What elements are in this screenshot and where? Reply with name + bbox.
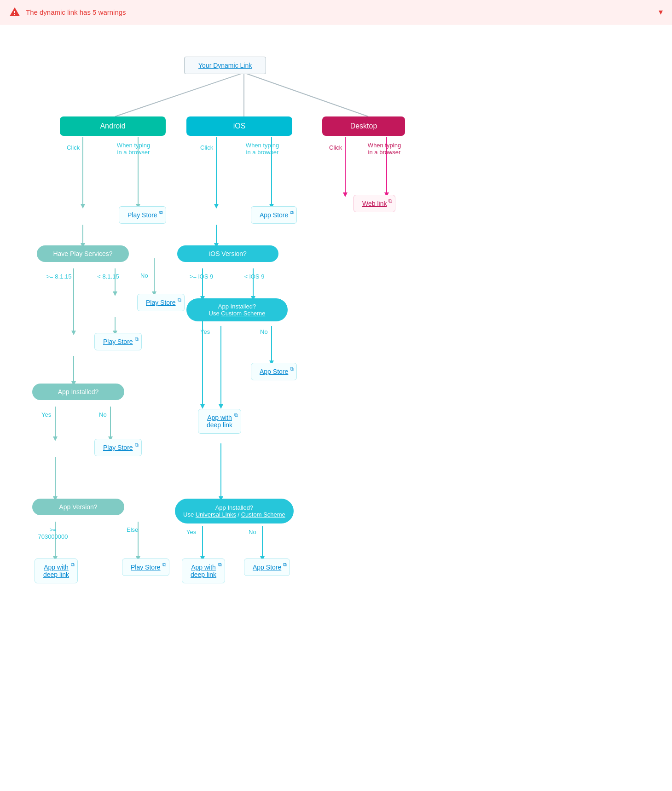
lt-8115-label: < 8.1.15 bbox=[94, 273, 122, 280]
android-label: Android bbox=[60, 116, 166, 136]
ios-appstore-1-label[interactable]: App Store bbox=[251, 206, 297, 224]
yes-universal-label: Yes bbox=[186, 529, 196, 535]
diagram-container: Your Dynamic Link Android Click When typ… bbox=[0, 24, 672, 791]
ios-platform: iOS bbox=[186, 116, 292, 136]
android-typing-label: When typingin a browser bbox=[113, 142, 154, 156]
svg-marker-52 bbox=[343, 192, 348, 197]
ios-typing-label: When typingin a browser bbox=[242, 142, 283, 156]
have-play-services-label: Have Play Services? bbox=[37, 245, 129, 262]
ios-click-label: Click bbox=[200, 144, 213, 151]
desktop-label: Desktop bbox=[322, 116, 405, 136]
warning-chevron[interactable]: ▾ bbox=[659, 7, 663, 17]
android-playstore-4-label[interactable]: Play Store bbox=[94, 439, 142, 456]
desktop-weblink-label[interactable]: Web link bbox=[353, 195, 395, 212]
app-installed-custom-label: App Installed?Use Custom Scheme bbox=[186, 298, 288, 321]
ios-version: iOS Version? bbox=[177, 245, 278, 262]
ios-version-label: iOS Version? bbox=[177, 245, 278, 262]
desktop-platform: Desktop bbox=[322, 116, 405, 136]
svg-line-0 bbox=[115, 73, 244, 116]
app-installed-custom: App Installed?Use Custom Scheme bbox=[186, 298, 288, 321]
ios-deep-link-1-label[interactable]: App withdeep link bbox=[198, 409, 241, 434]
android-deep-link[interactable]: App withdeep link bbox=[35, 558, 78, 583]
desktop-typing-label: When typingin a browser bbox=[364, 142, 405, 156]
gte-703-label: >= 703000000 bbox=[35, 526, 71, 540]
root-node[interactable]: Your Dynamic Link bbox=[184, 57, 266, 74]
warning-banner: The dynamic link has 5 warnings ▾ bbox=[0, 0, 672, 24]
svg-marker-40 bbox=[219, 404, 223, 409]
yes-custom-label: Yes bbox=[200, 328, 210, 335]
desktop-click-label: Click bbox=[329, 144, 342, 151]
ios-click-text: Click bbox=[200, 144, 213, 151]
connectors-svg bbox=[9, 43, 663, 789]
warning-text: The dynamic link has 5 warnings bbox=[26, 8, 126, 16]
ios-typing-text: When typingin a browser bbox=[246, 142, 279, 156]
root-node-label[interactable]: Your Dynamic Link bbox=[184, 57, 266, 74]
no-universal-label: No bbox=[249, 529, 256, 535]
ios-label: iOS bbox=[186, 116, 292, 136]
ios-appstore-1[interactable]: App Store bbox=[251, 206, 297, 224]
app-installed-android-label: App Installed? bbox=[32, 384, 124, 400]
desktop-click-text: Click bbox=[329, 144, 342, 151]
svg-marker-44 bbox=[200, 404, 205, 409]
gte-8115-label: >= 8.1.15 bbox=[45, 273, 73, 280]
app-version: App Version? bbox=[32, 499, 124, 515]
no-play-services-label: No bbox=[140, 272, 148, 279]
android-click-text: Click bbox=[67, 144, 80, 151]
diagram-absolute: Your Dynamic Link Android Click When typ… bbox=[9, 43, 663, 789]
android-playstore-3-label[interactable]: Play Store bbox=[94, 333, 142, 350]
android-playstore-2-label[interactable]: Play Store bbox=[137, 294, 185, 311]
desktop-weblink[interactable]: Web link bbox=[353, 195, 395, 212]
svg-marker-20 bbox=[53, 436, 58, 441]
else-label: Else bbox=[127, 526, 138, 533]
gte-ios9-label: >= iOS 9 bbox=[186, 273, 216, 280]
svg-marker-4 bbox=[81, 204, 85, 209]
lt-ios9-label: < iOS 9 bbox=[239, 273, 269, 280]
app-installed-universal: App Installed?Use Universal Links / Cust… bbox=[175, 499, 294, 523]
desktop-typing-text: When typingin a browser bbox=[368, 142, 401, 156]
no-custom-label: No bbox=[260, 328, 268, 335]
app-installed-universal-label: App Installed?Use Universal Links / Cust… bbox=[175, 499, 294, 523]
android-playstore-3[interactable]: Play Store bbox=[94, 333, 142, 350]
ios-appstore-2[interactable]: App Store bbox=[251, 363, 297, 380]
ios-appstore-2-label[interactable]: App Store bbox=[251, 363, 297, 380]
ios-deep-link-2-label[interactable]: App withdeep link bbox=[182, 558, 225, 583]
android-playstore-2[interactable]: Play Store bbox=[137, 294, 185, 311]
ios-deep-link-2[interactable]: App withdeep link bbox=[182, 558, 225, 583]
android-playstore-5-label[interactable]: Play Store bbox=[122, 558, 169, 576]
svg-line-2 bbox=[244, 73, 368, 116]
android-platform: Android bbox=[60, 116, 166, 136]
warning-left: The dynamic link has 5 warnings bbox=[9, 6, 126, 17]
app-version-label: App Version? bbox=[32, 499, 124, 515]
no-installed-android-label: No bbox=[99, 411, 107, 418]
warning-icon bbox=[9, 6, 20, 17]
svg-marker-10 bbox=[71, 331, 76, 335]
app-installed-android: App Installed? bbox=[32, 384, 124, 400]
yes-installed-android-label: Yes bbox=[41, 411, 51, 418]
svg-marker-30 bbox=[214, 204, 219, 209]
android-click-label: Click bbox=[67, 144, 80, 151]
ios-appstore-3-label[interactable]: App Store bbox=[244, 558, 290, 576]
android-playstore-1-label[interactable]: Play Store bbox=[119, 206, 166, 224]
android-deep-link-label[interactable]: App withdeep link bbox=[35, 558, 78, 583]
android-playstore-5[interactable]: Play Store bbox=[122, 558, 169, 576]
svg-marker-12 bbox=[113, 291, 117, 296]
android-playstore-1[interactable]: Play Store bbox=[119, 206, 166, 224]
ios-deep-link-1[interactable]: App withdeep link bbox=[198, 409, 241, 434]
android-playstore-4[interactable]: Play Store bbox=[94, 439, 142, 456]
ios-appstore-3[interactable]: App Store bbox=[244, 558, 290, 576]
have-play-services: Have Play Services? bbox=[37, 245, 129, 262]
android-typing-text: When typingin a browser bbox=[117, 142, 150, 156]
